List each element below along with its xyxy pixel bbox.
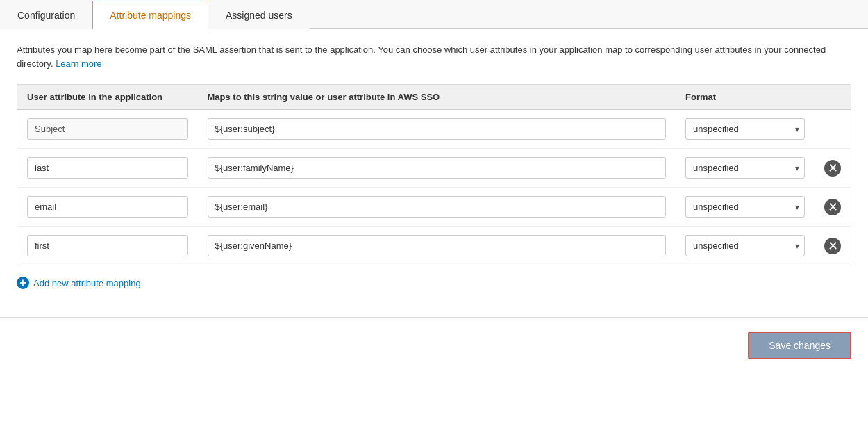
maps-to-cell bbox=[198, 110, 676, 149]
format-select[interactable]: unspecifiedemailAddressX509SubjectNameWi… bbox=[685, 118, 805, 140]
save-changes-button[interactable]: Save changes bbox=[748, 332, 851, 359]
tab-configuration-label: Configuration bbox=[17, 10, 75, 21]
app-attr-input[interactable] bbox=[27, 196, 188, 218]
remove-cell: ✕ bbox=[815, 227, 851, 265]
app-attr-input[interactable] bbox=[27, 118, 188, 140]
maps-to-input[interactable] bbox=[208, 235, 667, 256]
remove-cell: ✕ bbox=[815, 188, 851, 227]
remove-cell bbox=[815, 110, 851, 149]
description-text: Attributes you map here become part of t… bbox=[17, 43, 851, 70]
col-header-maps-to: Maps to this string value or user attrib… bbox=[198, 85, 676, 110]
tab-assigned-users-label: Assigned users bbox=[226, 10, 292, 21]
tab-configuration[interactable]: Configuration bbox=[0, 1, 92, 29]
tab-bar: Configuration Attribute mappings Assigne… bbox=[0, 0, 868, 29]
description-body: Attributes you map here become part of t… bbox=[17, 44, 826, 69]
format-cell: unspecifiedemailAddressX509SubjectNameWi… bbox=[676, 110, 815, 149]
col-header-format: Format bbox=[676, 85, 815, 110]
format-select[interactable]: unspecifiedemailAddressX509SubjectNameWi… bbox=[685, 157, 805, 179]
tab-assigned-users[interactable]: Assigned users bbox=[208, 1, 310, 29]
remove-mapping-button[interactable]: ✕ bbox=[824, 199, 841, 215]
maps-to-cell bbox=[198, 149, 676, 188]
table-row: unspecifiedemailAddressX509SubjectNameWi… bbox=[17, 110, 851, 149]
learn-more-link[interactable]: Learn more bbox=[56, 58, 101, 69]
remove-mapping-button[interactable]: ✕ bbox=[824, 238, 841, 254]
table-header-row: User attribute in the application Maps t… bbox=[17, 85, 851, 110]
save-changes-label: Save changes bbox=[769, 340, 831, 351]
remove-cell: ✕ bbox=[815, 149, 851, 188]
main-content: Attributes you map here become part of t… bbox=[0, 29, 868, 303]
format-cell: unspecifiedemailAddressX509SubjectNameWi… bbox=[676, 227, 815, 265]
app-attr-cell bbox=[17, 110, 198, 149]
add-mapping-row: + Add new attribute mapping bbox=[17, 265, 851, 289]
app-attr-input[interactable] bbox=[27, 235, 188, 256]
table-row: unspecifiedemailAddressX509SubjectNameWi… bbox=[17, 149, 851, 188]
col-header-app-attr: User attribute in the application bbox=[17, 85, 198, 110]
maps-to-input[interactable] bbox=[208, 118, 667, 140]
app-attr-cell bbox=[17, 149, 198, 188]
maps-to-input[interactable] bbox=[208, 196, 667, 218]
format-select[interactable]: unspecifiedemailAddressX509SubjectNameWi… bbox=[685, 196, 805, 218]
app-attr-input[interactable] bbox=[27, 157, 188, 179]
tab-attribute-mappings-label: Attribute mappings bbox=[110, 10, 191, 21]
table-row: unspecifiedemailAddressX509SubjectNameWi… bbox=[17, 227, 851, 265]
format-select[interactable]: unspecifiedemailAddressX509SubjectNameWi… bbox=[685, 235, 805, 256]
maps-to-input[interactable] bbox=[208, 157, 667, 179]
format-cell: unspecifiedemailAddressX509SubjectNameWi… bbox=[676, 188, 815, 227]
footer: Save changes bbox=[0, 317, 868, 373]
add-mapping-button[interactable]: + Add new attribute mapping bbox=[17, 277, 141, 289]
add-mapping-label: Add new attribute mapping bbox=[33, 278, 141, 288]
format-cell: unspecifiedemailAddressX509SubjectNameWi… bbox=[676, 149, 815, 188]
tab-attribute-mappings[interactable]: Attribute mappings bbox=[92, 1, 208, 29]
attribute-mapping-table: User attribute in the application Maps t… bbox=[17, 84, 851, 265]
app-attr-cell bbox=[17, 188, 198, 227]
plus-icon: + bbox=[17, 277, 29, 289]
maps-to-cell bbox=[198, 188, 676, 227]
table-row: unspecifiedemailAddressX509SubjectNameWi… bbox=[17, 188, 851, 227]
maps-to-cell bbox=[198, 227, 676, 265]
app-attr-cell bbox=[17, 227, 198, 265]
col-header-remove bbox=[815, 85, 851, 110]
remove-mapping-button[interactable]: ✕ bbox=[824, 160, 841, 177]
